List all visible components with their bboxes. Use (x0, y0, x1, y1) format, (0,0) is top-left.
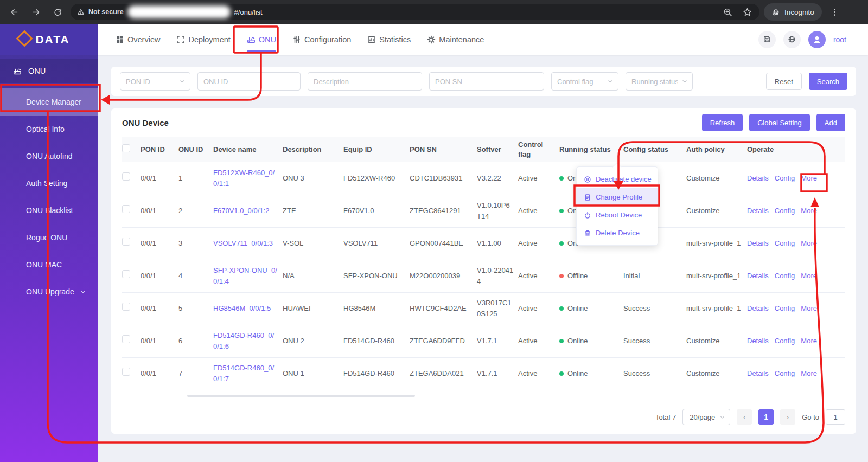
avatar[interactable] (808, 31, 826, 48)
tab-onu[interactable]: ONU (247, 24, 276, 55)
status-dot (559, 339, 564, 343)
device-name-link[interactable]: FD514GD-R460_0/0/1:6 (213, 331, 274, 350)
sidebar-item-optical-info[interactable]: Optical Info (0, 116, 98, 143)
frame-icon (176, 35, 185, 44)
horizontal-scrollbar[interactable] (187, 395, 415, 397)
back-icon[interactable] (5, 3, 23, 21)
config-link[interactable]: Config (775, 207, 795, 215)
pon-sn-input[interactable] (429, 72, 544, 91)
pon-id-input[interactable] (120, 72, 190, 91)
global-setting-button[interactable]: Global Setting (749, 114, 810, 131)
select-all-checkbox[interactable] (122, 144, 130, 152)
control-flag-select[interactable] (551, 72, 618, 91)
more-link[interactable]: More (801, 207, 817, 215)
device-name-link[interactable]: FD514GD-R460_0/0/1:7 (213, 364, 274, 383)
sidebar-item-onu-blacklist[interactable]: ONU Blacklist (0, 197, 98, 224)
bookmark-star-icon[interactable] (741, 6, 753, 18)
page-size-select[interactable]: 20/page (682, 409, 730, 425)
sidebar-item-rogue-onu[interactable]: Rogue ONU (0, 224, 98, 251)
config-link[interactable]: Config (775, 239, 795, 247)
goto-page-input[interactable] (826, 409, 845, 425)
menu-item-delete-device[interactable]: Delete Device (577, 224, 658, 242)
sidebar-item-onu-upgrade[interactable]: ONU Upgrade (0, 278, 98, 305)
cell-operate: DetailsConfigMore (747, 357, 845, 390)
reload-icon[interactable] (49, 3, 66, 21)
col-config-status: Config status (623, 137, 686, 162)
cell-operate: DetailsConfigMore (747, 227, 845, 260)
menu-item-reboot-device[interactable]: Reboot Device (577, 206, 658, 224)
forward-icon[interactable] (27, 3, 44, 21)
more-link[interactable]: More (801, 239, 817, 247)
row-checkbox[interactable] (122, 335, 130, 343)
more-link[interactable]: More (801, 337, 817, 345)
running-status-select[interactable] (626, 72, 693, 91)
sidebar-item-device-manager[interactable]: Device Manager (0, 88, 98, 116)
search-button[interactable]: Search (809, 73, 847, 90)
config-link[interactable]: Config (775, 272, 795, 280)
row-checkbox[interactable] (122, 205, 130, 213)
menu-item-deactivate-device[interactable]: Deactivate device (577, 170, 658, 188)
row-checkbox[interactable] (122, 172, 130, 181)
control-flag-input[interactable] (551, 72, 618, 91)
menu-item-change-profile[interactable]: Change Profile (577, 188, 658, 206)
more-link[interactable]: More (801, 174, 817, 182)
tab-configuration[interactable]: Configuration (292, 24, 351, 55)
refresh-button[interactable]: Refresh (702, 114, 743, 131)
config-link[interactable]: Config (775, 337, 795, 345)
details-link[interactable]: Details (747, 174, 769, 182)
row-checkbox[interactable] (122, 238, 130, 246)
details-link[interactable]: Details (747, 239, 769, 247)
tab-deployment[interactable]: Deployment (176, 24, 230, 55)
sidebar-item-label: Rogue ONU (26, 233, 67, 242)
details-link[interactable]: Details (747, 304, 769, 312)
device-name-link[interactable]: VSOLV711_0/0/1:3 (213, 239, 273, 247)
reset-button[interactable]: Reset (766, 73, 802, 90)
device-name-link[interactable]: FD512XW-R460_0/0/1:1 (213, 169, 275, 188)
more-link[interactable]: More (801, 304, 817, 312)
cell-onu-id: 1 (178, 162, 213, 195)
sidebar-section-onu[interactable]: ONU (0, 59, 98, 83)
tab-statistics[interactable]: Statistics (367, 24, 411, 55)
row-checkbox[interactable] (122, 368, 130, 376)
user-name[interactable]: root (833, 35, 846, 44)
device-name-link[interactable]: SFP-XPON-ONU_0/0/1:4 (213, 266, 277, 285)
details-link[interactable]: Details (747, 207, 769, 215)
details-link[interactable]: Details (747, 369, 769, 377)
cell-equip-id: VSOLV711 (343, 227, 410, 260)
save-config-button[interactable] (758, 31, 776, 48)
router-icon (13, 67, 22, 75)
device-name-link[interactable]: HG8546M_0/0/1:5 (213, 304, 271, 312)
url-path: #/onu/list (234, 8, 263, 16)
details-link[interactable]: Details (747, 272, 769, 280)
address-bar[interactable]: Not secure #/onu/list (71, 4, 760, 20)
onu-id-input[interactable] (197, 72, 301, 91)
pon-id-select[interactable] (120, 72, 190, 91)
table-header-row: PON IDONU IDDevice nameDescriptionEquip … (122, 137, 845, 162)
description-input[interactable] (308, 72, 422, 91)
browser-menu-icon[interactable] (826, 3, 844, 21)
sidebar-item-auth-setting[interactable]: Auth Setting (0, 170, 98, 197)
config-link[interactable]: Config (775, 174, 795, 182)
tab-maintenance[interactable]: Maintenance (427, 24, 484, 55)
sidebar-item-onu-autofind[interactable]: ONU Autofind (0, 143, 98, 170)
running-status-input[interactable] (626, 72, 693, 91)
more-link[interactable]: More (801, 369, 817, 377)
details-link[interactable]: Details (747, 337, 769, 345)
device-name-link[interactable]: F670V1.0_0/0/1:2 (213, 207, 269, 215)
more-link[interactable]: More (801, 272, 817, 280)
top-navigation: Overview Deployment ONU Configuration St… (98, 24, 868, 55)
sidebar-item-onu-mac[interactable]: ONU MAC (0, 251, 98, 278)
add-button[interactable]: Add (816, 114, 845, 131)
row-checkbox[interactable] (122, 303, 130, 311)
page-1-button[interactable]: 1 (758, 409, 774, 425)
row-checkbox[interactable] (122, 270, 130, 278)
language-globe-button[interactable] (783, 31, 801, 48)
browser-toolbar: Not secure #/onu/list Incognito (0, 0, 868, 24)
next-page-button[interactable]: › (780, 409, 795, 425)
zoom-icon[interactable] (722, 6, 733, 18)
tab-overview[interactable]: Overview (116, 24, 160, 55)
prev-page-button[interactable]: ‹ (737, 409, 752, 425)
config-link[interactable]: Config (775, 369, 795, 377)
config-link[interactable]: Config (775, 304, 795, 312)
cell-pon-id: 0/0/1 (141, 357, 178, 390)
